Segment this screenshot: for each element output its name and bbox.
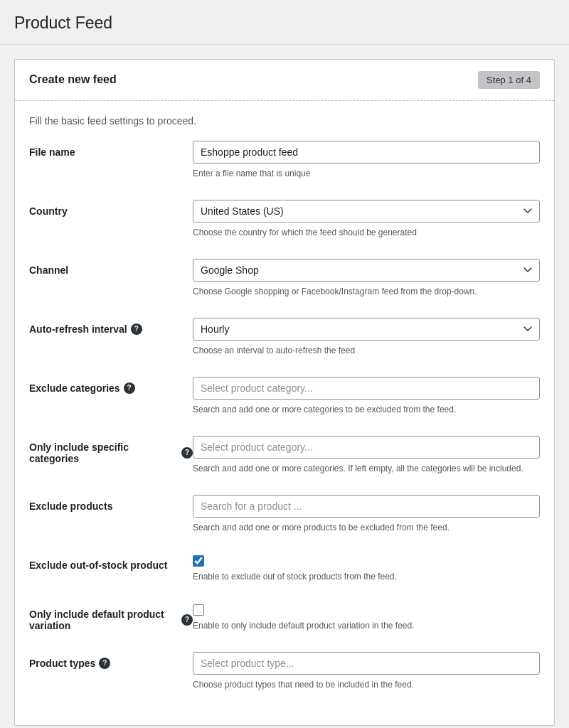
channel-hint: Choose Google shopping or Facebook/Insta… [193, 285, 540, 298]
exclude-out-of-stock-row: Exclude out-of-stock product Enable to e… [29, 554, 540, 589]
page-header: Product Feed [0, 0, 569, 45]
include-categories-input[interactable] [193, 436, 540, 459]
include-categories-hint: Search and add one or more categories. I… [193, 462, 540, 475]
country-row: Country United States (US) United Kingdo… [29, 200, 540, 245]
exclude-out-of-stock-hint: Enable to exclude out of stock products … [193, 570, 540, 583]
include-categories-help-icon[interactable]: ? [181, 447, 193, 459]
exclude-categories-input[interactable] [193, 377, 540, 400]
product-types-field: Choose product types that need to be inc… [193, 652, 540, 691]
product-types-hint: Choose product types that need to be inc… [193, 678, 540, 691]
channel-row: Channel Google Shop Facebook/Instagram C… [29, 259, 540, 304]
default-variation-hint: Enable to only include default product v… [193, 619, 540, 632]
create-feed-card: Create new feed Step 1 of 4 Fill the bas… [14, 59, 555, 726]
product-types-help-icon[interactable]: ? [99, 658, 110, 669]
country-field: United States (US) United Kingdom (UK) C… [193, 200, 540, 239]
exclude-categories-field: Search and add one or more categories to… [193, 377, 540, 416]
card-header: Create new feed Step 1 of 4 [15, 60, 554, 101]
exclude-categories-help-icon[interactable]: ? [124, 382, 135, 394]
include-categories-field: Search and add one or more categories. I… [193, 436, 540, 475]
exclude-categories-hint: Search and add one or more categories to… [193, 403, 540, 416]
exclude-out-of-stock-wrapper [193, 554, 540, 567]
exclude-products-input[interactable] [193, 495, 540, 518]
default-variation-wrapper [193, 603, 540, 616]
exclude-products-hint: Search and add one or more products to b… [193, 521, 540, 534]
auto-refresh-help-icon[interactable]: ? [131, 323, 142, 335]
instruction-text: Fill the basic feed settings to proceed. [29, 115, 540, 127]
file-name-row: File name Enter a file name that is uniq… [29, 141, 540, 186]
default-variation-help-icon[interactable]: ? [181, 614, 193, 626]
auto-refresh-field: Hourly Daily Weekly Choose an interval t… [193, 318, 540, 357]
exclude-categories-label: Exclude categories ? [29, 377, 193, 394]
page-title: Product Feed [14, 13, 555, 34]
product-types-label: Product types ? [29, 652, 193, 669]
default-variation-row: Only include default product variation ?… [29, 603, 540, 638]
exclude-products-field: Search and add one or more products to b… [193, 495, 540, 534]
file-name-label: File name [29, 141, 193, 158]
auto-refresh-row: Auto-refresh interval ? Hourly Daily Wee… [29, 318, 540, 363]
country-hint: Choose the country for which the feed sh… [193, 226, 540, 239]
country-label: Country [29, 200, 193, 217]
card-body: Fill the basic feed settings to proceed.… [15, 101, 554, 725]
exclude-products-row: Exclude products Search and add one or m… [29, 495, 540, 540]
default-variation-label: Only include default product variation ? [29, 603, 193, 631]
channel-field: Google Shop Facebook/Instagram Choose Go… [193, 259, 540, 298]
default-variation-field: Enable to only include default product v… [193, 603, 540, 632]
exclude-out-of-stock-field: Enable to exclude out of stock products … [193, 554, 540, 583]
include-categories-row: Only include specific categories ? Searc… [29, 436, 540, 481]
default-variation-checkbox[interactable] [193, 604, 204, 616]
exclude-products-label: Exclude products [29, 495, 193, 512]
main-content: Create new feed Step 1 of 4 Fill the bas… [0, 45, 569, 728]
file-name-field: Enter a file name that is unique [193, 141, 540, 180]
country-select[interactable]: United States (US) United Kingdom (UK) C… [193, 200, 540, 223]
product-types-row: Product types ? Choose product types tha… [29, 652, 540, 697]
channel-select[interactable]: Google Shop Facebook/Instagram [193, 259, 540, 282]
step-badge: Step 1 of 4 [478, 71, 540, 89]
file-name-input[interactable] [193, 141, 540, 164]
channel-label: Channel [29, 259, 193, 276]
auto-refresh-label: Auto-refresh interval ? [29, 318, 193, 335]
file-name-hint: Enter a file name that is unique [193, 167, 540, 180]
card-title: Create new feed [29, 73, 117, 86]
include-categories-label: Only include specific categories ? [29, 436, 193, 464]
auto-refresh-select[interactable]: Hourly Daily Weekly [193, 318, 540, 341]
exclude-categories-row: Exclude categories ? Search and add one … [29, 377, 540, 422]
auto-refresh-hint: Choose an interval to auto-refresh the f… [193, 344, 540, 357]
product-types-input[interactable] [193, 652, 540, 675]
exclude-out-of-stock-checkbox[interactable] [193, 555, 204, 567]
exclude-out-of-stock-label: Exclude out-of-stock product [29, 554, 193, 571]
